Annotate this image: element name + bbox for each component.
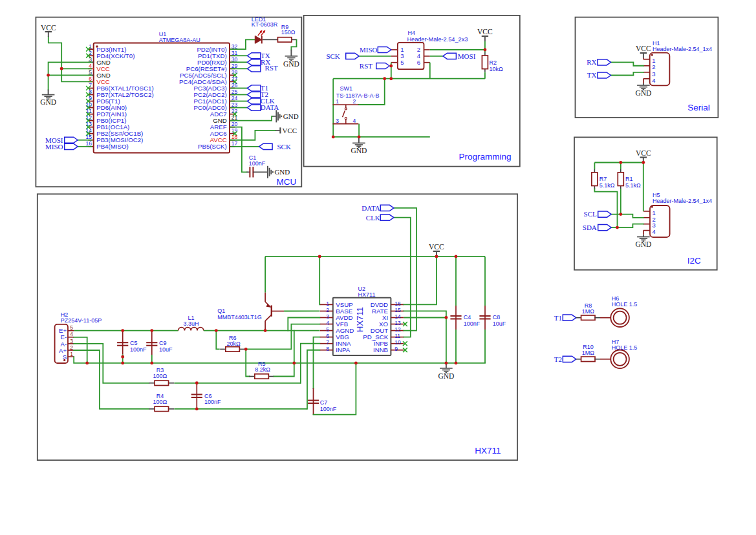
svg-text:GND: GND [40,98,56,106]
svg-text:GND: GND [351,147,367,154]
svg-text:SW1: SW1 [340,85,353,92]
svg-text:C8: C8 [493,314,501,320]
svg-text:13: 13 [394,320,401,326]
svg-text:HX711: HX711 [475,446,501,456]
svg-text:Serial: Serial [687,103,710,112]
svg-text:2: 2 [352,98,356,105]
svg-text:1: 1 [70,351,73,357]
svg-text:SCK: SCK [326,52,340,60]
svg-text:HOLE 1.5: HOLE 1.5 [612,301,638,308]
svg-text:T2: T2 [554,355,562,363]
svg-text:150Ω: 150Ω [281,29,296,36]
svg-text:RST: RST [265,64,278,72]
svg-text:16: 16 [394,300,401,307]
svg-text:10uF: 10uF [159,346,173,353]
svg-text:HOLE 1.5: HOLE 1.5 [612,344,638,351]
svg-text:SCK: SCK [277,143,291,151]
svg-text:5: 5 [400,59,404,66]
svg-text:GND: GND [274,168,290,176]
svg-text:100nF: 100nF [320,406,337,412]
svg-text:100Ω: 100Ω [153,399,167,405]
svg-text:I2C: I2C [687,256,701,266]
svg-text:16: 16 [85,140,92,147]
svg-text:4: 4 [653,228,656,235]
svg-text:VCC: VCC [636,45,651,52]
svg-text:GND: GND [635,240,651,248]
svg-text:6: 6 [326,333,329,339]
svg-text:Programming: Programming [459,152,511,162]
svg-text:1: 1 [336,98,339,105]
svg-text:100nF: 100nF [249,160,266,167]
svg-text:PB4(MISO): PB4(MISO) [96,143,129,150]
svg-text:26: 26 [232,82,238,89]
svg-text:Header-Male-2.54_1x4: Header-Male-2.54_1x4 [653,198,712,204]
svg-text:4: 4 [352,118,356,124]
svg-text:C4: C4 [464,314,471,320]
svg-text:MMBT4403LT1G: MMBT4403LT1G [217,314,261,320]
svg-text:5.1kΩ: 5.1kΩ [599,182,615,189]
svg-text:RX: RX [587,58,596,66]
svg-text:15: 15 [394,307,401,313]
svg-text:VCC: VCC [429,243,444,251]
svg-text:2: 2 [70,344,73,351]
svg-text:3.3uH: 3.3uH [184,320,199,327]
svg-text:INPA: INPA [336,346,350,353]
svg-text:C5: C5 [130,340,138,346]
svg-text:R1: R1 [625,176,633,182]
svg-text:3: 3 [326,313,329,320]
svg-text:SDA: SDA [583,224,597,231]
svg-text:4: 4 [70,331,73,337]
svg-text:2: 2 [326,307,329,313]
svg-text:VCC: VCC [477,28,493,36]
svg-text:3: 3 [336,118,339,124]
svg-text:C7: C7 [320,399,328,406]
svg-text:MCU: MCU [277,177,297,187]
svg-text:10uF: 10uF [493,320,506,327]
svg-text:PB5(SCK): PB5(SCK) [198,143,227,150]
svg-text:INNB: INNB [373,346,388,353]
svg-text:Header-Male-2.54_2x3: Header-Male-2.54_2x3 [407,36,468,43]
svg-text:GND: GND [635,89,651,97]
svg-text:4: 4 [652,77,655,84]
svg-text:TX: TX [587,71,597,79]
svg-text:C6: C6 [204,393,212,399]
svg-text:17: 17 [232,140,238,147]
svg-text:9: 9 [394,346,398,352]
svg-text:7: 7 [326,339,329,346]
svg-text:HX711: HX711 [355,307,365,332]
svg-text:R3: R3 [157,367,164,373]
svg-text:PZ254V-11-05P: PZ254V-11-05P [61,317,102,324]
svg-text:GND: GND [283,60,299,68]
svg-text:C9: C9 [159,340,167,346]
svg-text:HX711: HX711 [358,291,376,298]
svg-text:R2: R2 [489,59,497,66]
svg-text:100nF: 100nF [130,346,147,353]
svg-text:VCC: VCC [636,149,651,157]
svg-text:5: 5 [70,324,73,331]
svg-text:100Ω: 100Ω [153,373,167,379]
svg-text:8: 8 [326,346,329,352]
svg-text:4: 4 [326,320,329,326]
svg-text:100nF: 100nF [204,399,221,405]
svg-text:R4: R4 [157,393,164,399]
svg-text:GND: GND [283,112,299,120]
svg-text:1MΩ: 1MΩ [582,350,595,356]
svg-text:MOSI: MOSI [458,52,476,60]
svg-text:24: 24 [232,95,238,101]
svg-text:CLK: CLK [366,214,380,222]
svg-text:11: 11 [394,333,400,339]
svg-text:KT-0603R: KT-0603R [252,21,278,28]
svg-text:Header-Male-2.54_1x4: Header-Male-2.54_1x4 [653,46,712,52]
svg-text:6: 6 [417,59,420,66]
svg-text:20kΩ: 20kΩ [226,341,241,347]
svg-text:SCL: SCL [584,210,597,218]
svg-text:VCC: VCC [283,127,297,134]
svg-text:1: 1 [326,300,329,307]
svg-text:VCC: VCC [41,24,56,32]
svg-text:R7: R7 [599,176,607,182]
svg-text:14: 14 [394,313,401,320]
svg-text:DATA: DATA [362,204,380,212]
svg-text:10: 10 [394,339,401,346]
svg-text:R5: R5 [258,361,266,367]
svg-text:MISO: MISO [360,46,378,54]
